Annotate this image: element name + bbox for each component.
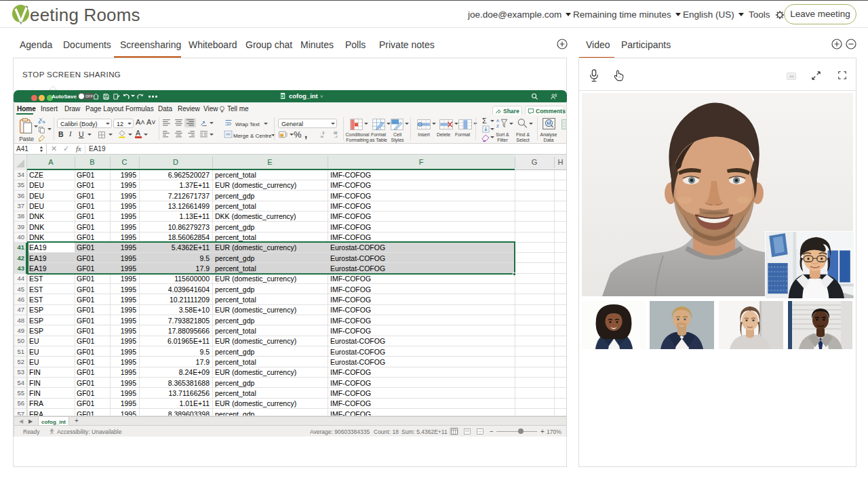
svg-text:.00: .00 xyxy=(333,132,338,135)
svg-text:A: A xyxy=(496,118,500,123)
svg-text:→0: →0 xyxy=(334,136,338,138)
svg-text:.00: .00 xyxy=(320,136,323,138)
svg-text:10: 10 xyxy=(618,76,621,79)
svg-text:←0: ←0 xyxy=(319,132,325,135)
svg-text:Z: Z xyxy=(496,123,499,128)
